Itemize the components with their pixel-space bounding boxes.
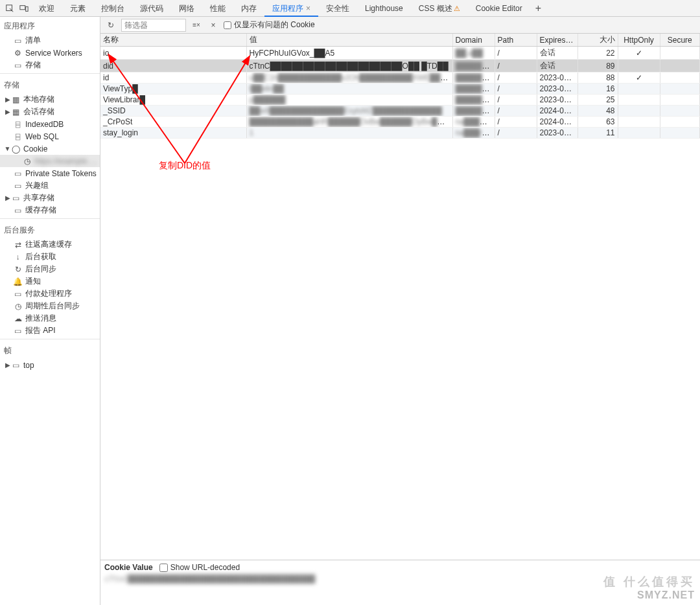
cell-domain: ███████ <box>452 60 495 73</box>
close-icon[interactable]: × <box>306 4 310 13</box>
header-secure[interactable]: Secure <box>660 34 700 47</box>
expand-icon[interactable]: ▶ <box>4 194 11 201</box>
tab-console[interactable]: 控制台 <box>93 0 132 17</box>
svg-rect-2 <box>26 6 29 11</box>
device-toggle-icon[interactable] <box>17 1 31 16</box>
cookie-value-title: Cookie Value <box>104 563 153 572</box>
sidebar-item-manifest[interactable]: ▭清单 <box>0 34 100 47</box>
expand-icon[interactable]: ▶ <box>4 96 11 103</box>
tab-elements[interactable]: 元素 <box>62 0 93 17</box>
cell-value: cTtnC████████████████████████O██ █TD██ <box>246 60 452 73</box>
sidebar-item-bfcache[interactable]: ⇄往返高速缓存 <box>0 238 100 251</box>
cell-path: / <box>495 73 537 84</box>
header-value[interactable]: 值 <box>246 34 452 47</box>
clear-filter-button[interactable]: ≡× <box>190 19 203 32</box>
sidebar-item-indexeddb[interactable]: ⌸IndexedDB <box>0 118 100 130</box>
header-expires[interactable]: Expires / M... <box>537 34 578 47</box>
table-row[interactable]: _CrPoSt████████████aHR██████OvBw██████Oy… <box>100 117 700 128</box>
table-header-row: 名称 值 Domain Path Expires / M... 大小 HttpO… <box>100 34 700 47</box>
sidebar-item-private-state-tokens[interactable]: ▭Private State Tokens <box>0 167 100 179</box>
tab-lighthouse[interactable]: Lighthouse <box>357 0 411 17</box>
sidebar-item-push-messaging[interactable]: ☁推送消息 <box>0 312 100 325</box>
url-decoded-checkbox[interactable]: Show URL-decoded <box>159 563 240 572</box>
tab-security[interactable]: 安全性 <box>318 0 357 17</box>
sidebar-item-websql[interactable]: ⌸Web SQL <box>0 130 100 143</box>
sidebar-item-payment-handler[interactable]: ▭付款处理程序 <box>0 288 100 300</box>
cell-value: p██████ <box>246 95 452 106</box>
sidebar-item-session-storage[interactable]: ▶▦会话存储 <box>0 106 100 118</box>
cell-domain: na███r██ <box>452 128 495 139</box>
refresh-button[interactable]: ↻ <box>104 19 117 32</box>
cell-httponly <box>618 128 660 139</box>
tab-performance[interactable]: 性能 <box>202 0 233 17</box>
url-decoded-input[interactable] <box>159 564 168 572</box>
cell-secure <box>660 84 700 95</box>
table-row[interactable]: ViewTyp█t██elin█████████/2023-07-19...16 <box>100 84 700 95</box>
cell-httponly: ✓ <box>618 47 660 60</box>
sidebar-item-shared-storage[interactable]: ▶▭共享存储 <box>0 192 100 204</box>
cell-expires: 会话 <box>537 47 578 60</box>
expand-icon[interactable]: ▼ <box>4 145 11 152</box>
cell-expires: 2023-07-19... <box>537 95 578 106</box>
table-row[interactable]: ViewLibrar█p█████████████/2023-07-19...2… <box>100 95 700 106</box>
clock-icon: ◷ <box>22 156 32 166</box>
cell-secure <box>660 95 700 106</box>
header-httponly[interactable]: HttpOnly <box>618 34 660 47</box>
sidebar-item-cache-storage[interactable]: ▭缓存存储 <box>0 204 100 216</box>
cell-size: 63 <box>578 117 618 128</box>
tab-memory[interactable]: 内存 <box>233 0 264 17</box>
sidebar-item-cookies[interactable]: ▼◯Cookie <box>0 143 100 155</box>
table-row[interactable]: didcTtnC████████████████████████O██ █TD█… <box>100 60 700 73</box>
cell-httponly <box>618 95 660 106</box>
header-path[interactable]: Path <box>495 34 537 47</box>
sidebar-item-interest-groups[interactable]: ▭兴趣组 <box>0 179 100 192</box>
header-domain[interactable]: Domain <box>452 34 495 47</box>
table-row[interactable]: stay_login1na███r██/2023-08-23...11 <box>100 128 700 139</box>
filter-input[interactable] <box>121 19 186 32</box>
database-icon: ⌸ <box>13 131 23 141</box>
box-icon: ▭ <box>13 205 23 215</box>
cell-size: 88 <box>578 73 618 84</box>
clear-all-button[interactable]: × <box>207 19 220 32</box>
cell-expires: 2024-06-23... <box>537 117 578 128</box>
sidebar-item-bg-fetch[interactable]: ↓后台获取 <box>0 251 100 263</box>
expand-icon[interactable]: ▶ <box>4 108 11 115</box>
grid-icon: ▦ <box>11 95 21 104</box>
sidebar-item-top-frame[interactable]: ▶▭top <box>0 359 100 371</box>
cell-secure <box>660 117 700 128</box>
add-tab-button[interactable]: + <box>530 3 546 14</box>
tab-network[interactable]: 网络 <box>171 0 202 17</box>
tab-sources[interactable]: 源代码 <box>132 0 171 17</box>
header-name[interactable]: 名称 <box>100 34 246 47</box>
only-issues-checkbox[interactable]: 仅显示有问题的 Cookie <box>224 19 315 30</box>
sidebar-item-cookie-origin[interactable]: ◷https://example.com <box>0 155 100 167</box>
tab-css-overview[interactable]: CSS 概述⚠ <box>411 0 468 17</box>
tab-cookie-editor[interactable]: Cookie Editor <box>468 0 530 17</box>
cell-domain: na██████ <box>452 117 495 128</box>
sidebar-item-notifications[interactable]: 🔔通知 <box>0 275 100 288</box>
sidebar-item-local-storage[interactable]: ▶▦本地存储 <box>0 93 100 106</box>
cookie-panel: ↻ ≡× × 仅显示有问题的 Cookie 名称 值 Domain Path E… <box>100 17 700 605</box>
cell-httponly <box>618 60 660 73</box>
sidebar-item-service-workers[interactable]: ⚙Service Workers <box>0 47 100 59</box>
table-row[interactable]: idu██C1h████████████v2Oh██████████XWE███… <box>100 73 700 84</box>
sidebar-item-storage[interactable]: ▭存储 <box>0 59 100 71</box>
header-size[interactable]: 大小 <box>578 34 618 47</box>
expand-icon[interactable]: ▶ <box>4 361 11 369</box>
table-row[interactable]: ioHyFCPhUuIGVox_██A5██.a██/会话22✓ <box>100 47 700 60</box>
only-issues-input[interactable] <box>224 21 231 29</box>
inspect-icon[interactable] <box>3 1 17 16</box>
cookie-value-content: cTtnC███████████████████████████████████… <box>104 575 696 584</box>
tab-welcome[interactable]: 欢迎 <box>31 0 62 17</box>
cell-expires: 会话 <box>537 60 578 73</box>
annotation-text: 复制DID的值 <box>159 160 211 172</box>
report-icon: ▭ <box>13 326 23 336</box>
cell-domain: ███████ <box>452 73 495 84</box>
sidebar-item-reporting-api[interactable]: ▭报告 API <box>0 325 100 337</box>
sidebar-item-bg-sync[interactable]: ↻后台同步 <box>0 263 100 275</box>
table-row[interactable]: _SSID██w9██████████████EsytsMZ██████████… <box>100 106 700 117</box>
box-icon: ▭ <box>13 168 23 178</box>
sidebar-item-periodic-sync[interactable]: ◷周期性后台同步 <box>0 300 100 312</box>
box-icon: ▭ <box>13 181 23 190</box>
tab-application[interactable]: 应用程序× <box>264 0 318 17</box>
